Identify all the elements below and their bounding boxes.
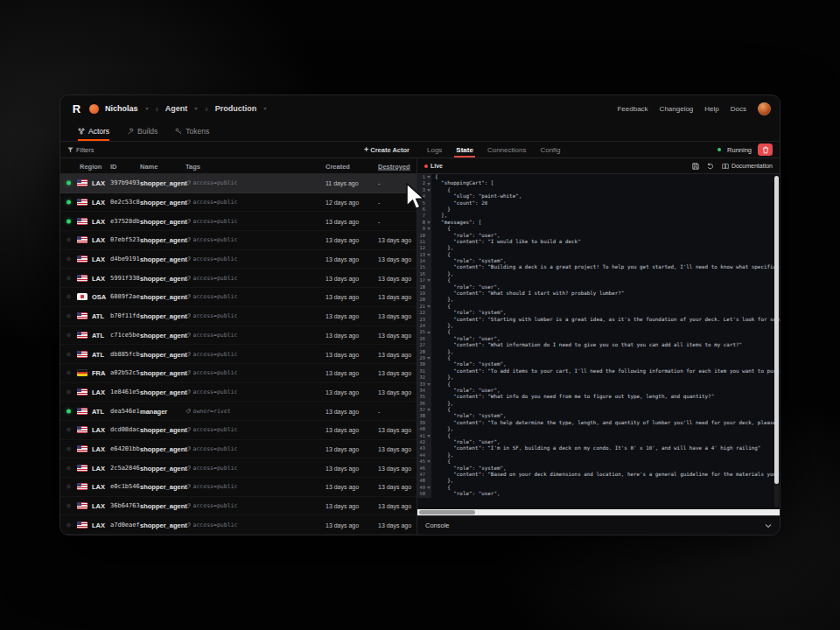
table-row[interactable]: LAX2c5a2846shopper_agentaccess=public13 … [60, 458, 416, 478]
code-line: 38 "role": "system", [417, 413, 780, 419]
tab-builds[interactable]: Builds [127, 122, 158, 141]
code-line: 35 "content": "What info do you need fro… [417, 394, 780, 400]
collapse-icon[interactable] [427, 332, 430, 334]
name-cell: shopper_agent [140, 199, 187, 206]
tab-connections[interactable]: Connections [487, 142, 526, 158]
vertical-scrollbar-thumb[interactable] [774, 176, 779, 484]
destroyed-cell: 13 days ago [378, 313, 411, 319]
code-line: 19 "content": "What should I start with?… [417, 290, 780, 297]
chevron-down-icon[interactable] [194, 108, 198, 110]
tab-tokens[interactable]: Tokens [175, 122, 209, 141]
collapse-icon[interactable] [427, 383, 430, 386]
name-cell: shopper_agent [140, 426, 187, 434]
actor-table: Region ID Name Tags Created Destroyed LA… [60, 158, 417, 535]
table-row[interactable]: LAX1e8461e5shopper_agentaccess=public13 … [60, 383, 416, 402]
undo-icon[interactable] [707, 163, 714, 170]
gutter: 13 [417, 252, 431, 258]
status-dot [66, 295, 71, 299]
breadcrumb-project[interactable]: Agent [165, 104, 188, 113]
nav-changelog[interactable]: Changelog [660, 105, 694, 113]
gutter: 48 [417, 478, 431, 484]
collapse-icon[interactable] [427, 279, 430, 282]
table-row[interactable]: LAXd4be9191shopper_agentaccess=public13 … [60, 250, 416, 270]
table-row[interactable]: ATLdea546e1managerowner=rivet13 days ago… [60, 402, 416, 421]
code-line: 18 "role": "user", [417, 284, 780, 290]
table-row[interactable]: LAX397b9493shopper_agentaccess=public11 … [60, 174, 416, 193]
state-panel-header: Live Documentation [417, 158, 780, 174]
code-line: 24 }, [417, 323, 780, 329]
create-actor-button[interactable]: + Create Actor [364, 146, 410, 154]
table-row[interactable]: LAX07ebf523shopper_agentaccess=public13 … [60, 231, 416, 250]
table-row[interactable]: OSA6089f2aeshopper_agentaccess=public13 … [60, 288, 416, 307]
collapse-icon[interactable] [427, 357, 430, 360]
tab-actors[interactable]: Actors [78, 122, 109, 141]
tab-logs[interactable]: Logs [427, 142, 442, 158]
created-cell: 11 days ago [326, 180, 359, 186]
table-row[interactable]: LAXe64201bbshopper_agentaccess=public13 … [60, 440, 416, 459]
gutter: 32 [417, 374, 431, 381]
region-flag-icon [77, 351, 88, 358]
state-json-editor[interactable]: 1{2 "shoppingCart": [3 {4 "slug": "paint… [417, 174, 780, 509]
tags-cell: access=public [186, 388, 237, 396]
id-cell: 1e8461e5 [110, 388, 140, 396]
table-row[interactable]: LAXe0c1b546shopper_agentaccess=public13 … [60, 478, 416, 497]
vertical-scrollbar[interactable] [774, 176, 779, 508]
table-row[interactable]: LAXdcd08dacshopper_agentaccess=public13 … [60, 421, 416, 440]
name-cell: shopper_agent [140, 179, 187, 187]
collapse-icon[interactable] [427, 189, 430, 192]
horizontal-scrollbar[interactable] [417, 509, 780, 515]
avatar[interactable] [758, 102, 771, 116]
collapse-icon[interactable] [427, 460, 430, 463]
rivet-logo-icon[interactable]: R [69, 102, 83, 116]
region-cell: LAX [92, 256, 105, 263]
breadcrumb-environment[interactable]: Production [215, 104, 257, 113]
collapse-icon[interactable] [427, 176, 430, 178]
gutter: 21 [417, 304, 431, 310]
chevron-down-icon[interactable] [765, 523, 772, 528]
save-icon[interactable] [692, 163, 699, 170]
table-header: Region ID Name Tags Created Destroyed [60, 158, 416, 174]
collapse-icon[interactable] [427, 486, 430, 489]
tags-cell: access=public [186, 236, 237, 243]
table-row[interactable]: LAX0e2c53c8shopper_agentaccess=public12 … [60, 193, 416, 213]
chevron-down-icon[interactable] [263, 108, 267, 110]
collapse-icon[interactable] [427, 254, 430, 256]
table-row[interactable]: ATLc71ce5beshopper_agentaccess=public13 … [60, 326, 416, 346]
documentation-link[interactable]: Documentation [722, 163, 773, 170]
console-bar[interactable]: Console [417, 515, 780, 535]
gutter: 42 [417, 439, 431, 445]
nav-docs[interactable]: Docs [731, 105, 746, 113]
collapse-icon[interactable] [427, 183, 430, 186]
gutter: 37 [417, 407, 431, 413]
table-row[interactable]: LAX36b64763shopper_agentaccess=public13 … [60, 497, 416, 516]
created-cell: 13 days ago [326, 408, 359, 414]
name-cell: shopper_agent [140, 217, 187, 225]
tab-config[interactable]: Config [540, 142, 560, 158]
table-row[interactable]: ATLdb885fcbshopper_agentaccess=public13 … [60, 345, 416, 364]
collapse-icon[interactable] [427, 305, 430, 308]
collapse-icon[interactable] [427, 221, 430, 224]
table-row[interactable]: ATLb70f11fdshopper_agentaccess=public13 … [60, 307, 416, 326]
chevron-down-icon[interactable] [145, 108, 149, 110]
code-line: 37 { [417, 407, 780, 413]
filters-button[interactable]: Filters [67, 146, 94, 154]
collapse-icon[interactable] [427, 435, 430, 438]
destroyed-cell: 13 days ago [378, 237, 411, 243]
table-row[interactable]: FRAa02b52c5shopper_agentaccess=public13 … [60, 364, 416, 383]
collapse-icon[interactable] [427, 409, 430, 411]
tags-cell: access=public [186, 199, 237, 206]
nav-help[interactable]: Help [704, 105, 718, 113]
gutter: 9 [417, 226, 431, 232]
table-row[interactable]: LAX5991f338shopper_agentaccess=public13 … [60, 269, 416, 288]
nav-feedback[interactable]: Feedback [617, 105, 648, 113]
table-row[interactable]: LAXe37528dbshopper_agentaccess=public13 … [60, 212, 416, 231]
region-flag-icon [77, 369, 88, 376]
horizontal-scrollbar-thumb[interactable] [419, 510, 475, 514]
tab-state[interactable]: State [456, 142, 473, 158]
collapse-icon[interactable] [427, 228, 430, 230]
destroyed-cell: 13 days ago [378, 503, 411, 509]
table-row[interactable]: LAXa7d0eaefshopper_agentaccess=public13 … [60, 515, 416, 535]
destroy-actor-button[interactable] [758, 144, 773, 156]
breadcrumb-user[interactable]: Nicholas [105, 104, 138, 113]
code-line: 14 "role": "system", [417, 258, 780, 264]
